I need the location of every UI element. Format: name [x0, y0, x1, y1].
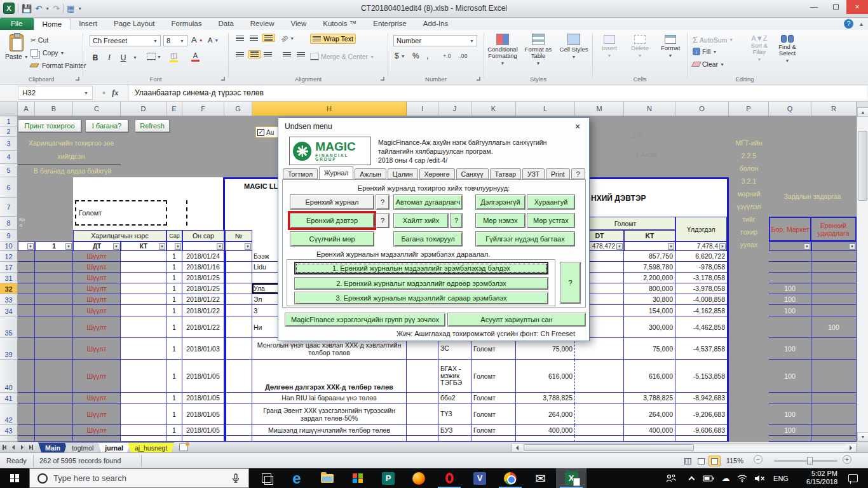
row-header-6[interactable]: 6	[0, 177, 18, 198]
cell-d[interactable]	[121, 403, 166, 425]
currency-button[interactable]: $▼	[395, 51, 405, 60]
column-header-M[interactable]: M	[575, 102, 624, 116]
page-layout-view-icon[interactable]	[695, 456, 707, 466]
insert-cells-button[interactable]: Insert▼	[595, 35, 623, 59]
cell-mgmt-pct[interactable]	[811, 338, 857, 360]
column-header-B[interactable]: B	[35, 102, 73, 116]
filter-dropdown-icon[interactable]: ▼	[616, 243, 623, 250]
language-indicator[interactable]: ENG	[770, 468, 792, 488]
sort-button-2[interactable]: 2. Ерөнхий журналыг мэдээллийг өдрөөр эр…	[294, 277, 548, 290]
last-row-button[interactable]: Сүүлчийн мөр	[290, 231, 374, 247]
auto-number-button[interactable]: Автомат дугаарлагч	[393, 194, 463, 210]
align-right-button[interactable]	[262, 51, 274, 58]
chrome-button[interactable]	[495, 468, 526, 488]
number-dialog-launcher-icon[interactable]	[477, 77, 480, 81]
cell-d[interactable]	[121, 393, 166, 403]
merge-center-button[interactable]: Merge & Center▼	[310, 53, 374, 60]
ribbon-tab-page-layout[interactable]: Page Layout	[105, 18, 163, 30]
cell-dt[interactable]	[516, 436, 575, 442]
cell-p[interactable]	[729, 283, 769, 294]
dialog-tab-журнал[interactable]: Журнал	[319, 166, 353, 179]
cell-kt[interactable]: 3,788,825	[624, 393, 675, 403]
i-column-button[interactable]: I багана?	[85, 119, 128, 132]
ribbon-tab-enterprise[interactable]: Enterprise	[365, 18, 414, 30]
start-button[interactable]	[0, 468, 29, 488]
cell-date[interactable]: 2018/01/05	[182, 393, 224, 403]
zoom-slider[interactable]	[774, 460, 837, 462]
filter-a[interactable]: ▼	[18, 241, 35, 251]
cell-month[interactable]: 1	[166, 360, 182, 393]
cell-a[interactable]	[18, 273, 35, 283]
detailed-button[interactable]: Дэлгэрэнгүй	[475, 194, 526, 210]
cell-no[interactable]	[224, 273, 252, 283]
vertical-scroll-thumb[interactable]	[858, 131, 867, 201]
cell-no[interactable]	[224, 294, 252, 305]
cell-i[interactable]	[407, 425, 438, 436]
zoom-in-icon[interactable]: +	[843, 455, 851, 464]
row-header[interactable]: 17	[0, 262, 18, 273]
dialog-title[interactable]: Undsen menu	[278, 118, 589, 134]
cell-market-pct[interactable]: 100	[769, 360, 811, 393]
cell-month[interactable]: 1	[166, 393, 182, 403]
cell-p[interactable]	[729, 262, 769, 273]
cell-filter[interactable]: Шүүлт	[73, 273, 121, 283]
last-sheet-icon[interactable]	[27, 442, 36, 452]
cell-date[interactable]: 2018/01/05	[182, 403, 224, 425]
horizontal-scrollbar[interactable]	[512, 443, 857, 452]
cell-description[interactable]: Мишээлд гишүүнчлэлийн төлбөр төлөв	[252, 425, 407, 436]
cell-filter[interactable]: Шүүлт	[73, 294, 121, 305]
cell-market-pct[interactable]	[769, 436, 811, 442]
cell-balance[interactable]: -4,462,858	[675, 316, 729, 338]
cell-p[interactable]	[729, 403, 769, 425]
cell-d[interactable]	[121, 436, 166, 442]
cell-code[interactable]: БГАХ - мэжик ТЭГБЭ	[438, 360, 471, 393]
header-number[interactable]: №	[225, 230, 252, 241]
cell-no[interactable]	[224, 316, 252, 338]
cell-balance[interactable]	[675, 436, 729, 442]
cell-i[interactable]	[407, 436, 438, 442]
underline-dropdown-icon[interactable]: ▼	[133, 55, 137, 60]
name-box[interactable]: H32▼	[18, 86, 93, 100]
row-header-10[interactable]: 10	[0, 241, 18, 251]
cell-dt[interactable]: 3,788,825	[516, 393, 575, 403]
ribbon-tab-view[interactable]: View	[283, 18, 315, 30]
cell-month[interactable]: 1	[166, 403, 182, 425]
number-format-combo[interactable]: Number▼	[393, 35, 477, 46]
cell-balance[interactable]: -9,206,683	[675, 403, 729, 425]
row-header[interactable]: 34	[0, 305, 18, 316]
cell-no[interactable]	[224, 262, 252, 273]
filter-g[interactable]: ▼	[225, 241, 252, 251]
cell-i[interactable]	[407, 393, 438, 403]
row-header[interactable]: 35	[0, 316, 18, 338]
cell-b[interactable]	[35, 294, 73, 305]
row-header-2[interactable]: 2	[0, 126, 18, 137]
ribbon-tab-home[interactable]: Home	[34, 18, 71, 30]
cell-balance[interactable]: -4,537,858	[675, 338, 729, 360]
cell-i[interactable]	[407, 338, 438, 360]
column-header-P[interactable]: P	[729, 102, 769, 116]
column-header-D[interactable]: D	[121, 102, 166, 116]
cell-d[interactable]	[121, 305, 166, 316]
row-header[interactable]: 42	[0, 403, 18, 425]
clock[interactable]: 5:02 PM 6/15/2018	[796, 470, 837, 486]
cell-mgmt-pct[interactable]	[811, 294, 857, 305]
page-break-view-icon[interactable]	[709, 456, 721, 466]
maximize-button[interactable]	[825, 0, 846, 14]
ribbon-tab-add-ins[interactable]: Add-Ins	[415, 18, 457, 30]
sort-button-1[interactable]: 1. Ерөнхий журналын мэдээллийг эрэмбэлэх…	[294, 262, 548, 274]
align-middle-button[interactable]	[248, 35, 260, 42]
opera-button[interactable]	[434, 468, 465, 488]
filter-e[interactable]: ▼	[166, 241, 182, 251]
firefox-button[interactable]	[403, 468, 434, 488]
sheet-tab-aj_husnegt[interactable]: aj_husnegt	[128, 442, 174, 452]
column-header-J[interactable]: J	[438, 102, 471, 116]
cell-a[interactable]	[18, 360, 35, 393]
cell-no[interactable]	[224, 425, 252, 436]
cell-month[interactable]: 1	[166, 251, 182, 262]
cell-kt[interactable]: 400,000	[624, 425, 675, 436]
cell-month[interactable]: 1	[166, 305, 182, 316]
row-header-7[interactable]: 7	[0, 198, 18, 217]
cell-d[interactable]	[121, 283, 166, 294]
cell-b[interactable]	[35, 360, 73, 393]
header-counterparty-name[interactable]: Харилцагчын нэрс	[73, 230, 166, 241]
